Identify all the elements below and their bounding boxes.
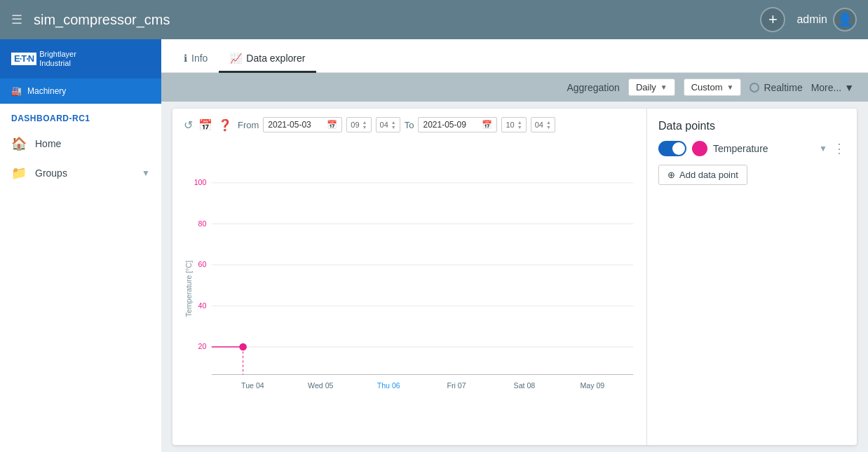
sidebar-item-home-label: Home <box>35 138 61 149</box>
svg-text:Tue 04: Tue 04 <box>241 381 264 390</box>
to-hour-down-icon[interactable]: ▼ <box>517 125 522 130</box>
add-icon: ⊕ <box>667 170 675 180</box>
to-date-field[interactable] <box>423 120 479 130</box>
sidebar-nav: 🏠 Home 📁 Groups ▼ <box>0 129 161 452</box>
user-avatar-icon: 👤 <box>833 8 857 32</box>
chart-calendar-icon[interactable]: 📅 <box>198 118 212 132</box>
sidebar-item-groups[interactable]: 📁 Groups ▼ <box>0 158 161 188</box>
tab-bar: ℹ Info 📈 Data explorer <box>161 39 868 73</box>
chart-help-icon[interactable]: ❓ <box>218 118 232 132</box>
machinery-section: 🏭 Machinery <box>0 78 161 104</box>
aggregation-label: Aggregation <box>567 82 620 93</box>
temperature-color-dot <box>692 141 707 156</box>
svg-text:80: 80 <box>198 219 207 228</box>
content-area: ℹ Info 📈 Data explorer Aggregation Daily… <box>161 39 868 452</box>
dashboard-label: DASHBOARD-RC1 <box>0 104 161 129</box>
chart-svg: Temperature [°C] 100 80 60 40 20 <box>178 138 641 439</box>
brightlayer-text: Brightlayer Industrial <box>39 50 76 68</box>
svg-text:20: 20 <box>198 342 207 350</box>
from-min-input[interactable]: 04 ▲▼ <box>376 117 400 132</box>
to-date-input[interactable]: 📅 <box>418 117 497 132</box>
svg-text:Thu 06: Thu 06 <box>377 381 400 390</box>
svg-text:Sat 08: Sat 08 <box>514 381 536 390</box>
info-tab-icon: ℹ <box>184 53 187 64</box>
eaton-logo-text: E·T·N <box>11 53 36 65</box>
from-date-input[interactable]: 📅 <box>263 117 342 132</box>
svg-text:Wed 05: Wed 05 <box>308 381 334 390</box>
custom-value: Custom <box>691 82 723 93</box>
main-layout: E·T·N Brightlayer Industrial 🏭 Machinery… <box>0 39 868 452</box>
chart-panel: ↺ 📅 ❓ From 📅 09 ▲▼ <box>172 109 857 445</box>
chart-refresh-icon[interactable]: ↺ <box>184 118 193 132</box>
svg-text:40: 40 <box>198 301 207 310</box>
menu-icon[interactable]: ☰ <box>11 12 22 27</box>
data-points-title: Data points <box>658 120 846 132</box>
svg-text:Fri 07: Fri 07 <box>447 381 466 390</box>
chart-toolbar: ↺ 📅 ❓ From 📅 09 ▲▼ <box>178 117 641 138</box>
realtime-radio-icon <box>750 83 759 93</box>
svg-text:May 09: May 09 <box>580 381 604 390</box>
from-hour-input[interactable]: 09 ▲▼ <box>346 117 371 132</box>
from-min-up-icon[interactable]: ▲ <box>391 120 396 125</box>
to-min-up-icon[interactable]: ▲ <box>546 120 551 125</box>
realtime-label: Realtime <box>764 82 802 93</box>
data-point-row: Temperature ▼ ⋮ <box>658 141 846 156</box>
tab-data-explorer[interactable]: 📈 Data explorer <box>219 44 316 73</box>
svg-text:100: 100 <box>194 178 207 186</box>
user-label: admin <box>796 13 827 26</box>
tab-data-explorer-label: Data explorer <box>246 53 305 64</box>
sidebar: E·T·N Brightlayer Industrial 🏭 Machinery… <box>0 39 161 452</box>
to-label: To <box>405 120 414 130</box>
temperature-chevron-icon[interactable]: ▼ <box>819 144 827 153</box>
chart-svg-container: Temperature [°C] 100 80 60 40 20 <box>178 138 641 439</box>
page-title: sim_compressor_cms <box>34 12 760 28</box>
from-calendar-icon[interactable]: 📅 <box>327 120 337 130</box>
data-points-panel: Data points Temperature ▼ ⋮ ⊕ Add data p… <box>646 109 857 445</box>
to-calendar-icon[interactable]: 📅 <box>482 120 492 130</box>
controls-bar: Aggregation Daily ▼ Custom ▼ Realtime Mo… <box>161 73 868 102</box>
temperature-label: Temperature <box>713 143 813 154</box>
machinery-label: Machinery <box>27 86 66 96</box>
more-button[interactable]: More... ▼ <box>811 82 854 93</box>
sidebar-logo: E·T·N Brightlayer Industrial <box>0 39 161 78</box>
groups-icon: 📁 <box>11 165 27 181</box>
temperature-toggle[interactable] <box>658 141 686 156</box>
to-min-down-icon[interactable]: ▼ <box>546 125 551 130</box>
temperature-menu-icon[interactable]: ⋮ <box>833 141 846 156</box>
add-data-point-button[interactable]: ⊕ Add data point <box>658 165 747 185</box>
aggregation-value: Daily <box>636 82 656 93</box>
home-icon: 🏠 <box>11 136 27 151</box>
tab-info[interactable]: ℹ Info <box>172 44 219 73</box>
data-explorer-tab-icon: 📈 <box>230 53 242 64</box>
sidebar-item-home[interactable]: 🏠 Home <box>0 129 161 158</box>
datetime-range: From 📅 09 ▲▼ 04 ▲▼ To <box>238 117 635 132</box>
aggregation-chevron-icon: ▼ <box>660 83 667 91</box>
custom-select[interactable]: Custom ▼ <box>684 78 742 96</box>
add-button[interactable]: + <box>760 7 785 32</box>
aggregation-select[interactable]: Daily ▼ <box>628 78 675 96</box>
from-date-field[interactable] <box>268 120 324 130</box>
custom-chevron-icon: ▼ <box>727 83 734 91</box>
sidebar-item-groups-label: Groups <box>35 167 67 179</box>
to-min-input[interactable]: 04 ▲▼ <box>531 117 555 132</box>
user-menu[interactable]: admin 👤 <box>796 8 857 32</box>
to-hour-input[interactable]: 10 ▲▼ <box>501 117 526 132</box>
toggle-knob <box>672 142 685 155</box>
from-label: From <box>238 120 259 130</box>
chart-area: ↺ 📅 ❓ From 📅 09 ▲▼ <box>172 109 646 445</box>
tab-info-label: Info <box>191 53 208 64</box>
from-hour-down-icon[interactable]: ▼ <box>362 125 367 130</box>
from-hour-up-icon[interactable]: ▲ <box>362 120 367 125</box>
from-min-down-icon[interactable]: ▼ <box>391 125 396 130</box>
y-axis-label: Temperature [°C] <box>184 261 193 317</box>
to-hour-up-icon[interactable]: ▲ <box>517 120 522 125</box>
svg-text:60: 60 <box>198 260 207 268</box>
realtime-toggle[interactable]: Realtime <box>750 82 802 93</box>
top-bar: ☰ sim_compressor_cms + admin 👤 <box>0 0 868 39</box>
machinery-icon: 🏭 <box>11 86 22 96</box>
chevron-down-icon: ▼ <box>142 168 150 178</box>
